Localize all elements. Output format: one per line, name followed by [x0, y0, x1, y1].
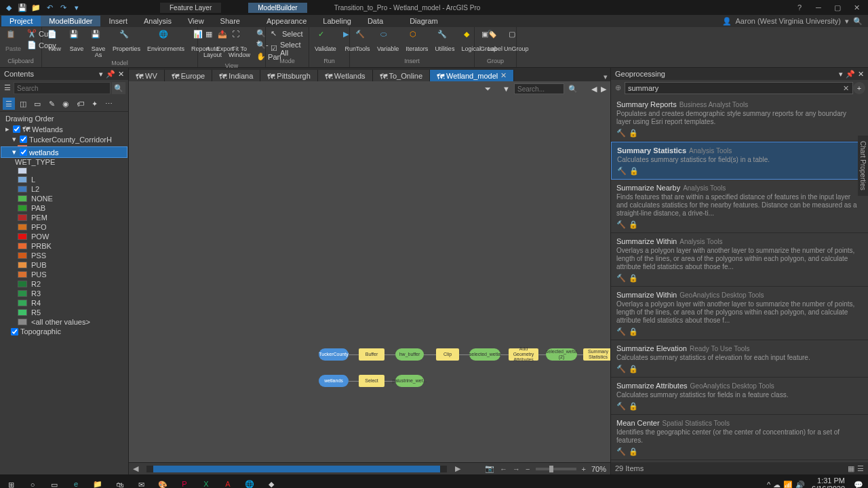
contents-search-button[interactable]: 🔍: [112, 82, 125, 94]
mail-icon[interactable]: ✉: [130, 474, 152, 488]
nav-fwd-icon[interactable]: →: [513, 465, 520, 473]
doc-tab[interactable]: 🗺To_Online: [373, 70, 431, 81]
paint-icon[interactable]: 🎨: [152, 474, 174, 488]
maximize-button[interactable]: ▢: [829, 1, 846, 14]
user-dropdown-icon[interactable]: ▾: [845, 17, 849, 26]
legend-item[interactable]: PUS: [1, 270, 127, 279]
legend-item[interactable]: [1, 167, 127, 175]
select-button[interactable]: ↖Select: [269, 28, 306, 39]
legend-item[interactable]: PFO: [1, 222, 127, 232]
model-connector[interactable]: [424, 354, 436, 355]
geo-view-list-icon[interactable]: ☰: [857, 464, 864, 473]
zoom-level[interactable]: 70%: [591, 465, 606, 473]
map-item[interactable]: ▸🗺Wetlands: [1, 124, 127, 134]
model-node[interactable]: Select: [359, 375, 384, 387]
variable-button[interactable]: ⬭Variable: [374, 28, 401, 54]
save-model-button[interactable]: 💾Save: [66, 28, 87, 54]
tray-onedrive-icon[interactable]: ☁: [773, 481, 781, 489]
geoprocessing-tool-item[interactable]: Summarize AttributesGeoAnalytics Desktop…: [611, 378, 868, 415]
open-icon[interactable]: 📁: [31, 3, 41, 12]
menu-analysis[interactable]: Analysis: [136, 16, 180, 26]
canvas-search-icon[interactable]: 🔍: [568, 85, 578, 94]
group-button[interactable]: ▣Group: [477, 28, 500, 54]
environments-button[interactable]: 🌐Environments: [144, 28, 187, 54]
legend-item[interactable]: R2: [1, 279, 127, 289]
doc-tab[interactable]: 🗺Indiana: [212, 70, 260, 81]
help-icon[interactable]: ?: [791, 1, 808, 14]
layer-corridor[interactable]: ▾TuckerCounty_CorridorH: [1, 134, 127, 144]
menu-data[interactable]: Data: [359, 16, 391, 26]
model-connector[interactable]: [459, 354, 469, 355]
geoprocessing-tool-item[interactable]: Summarize WithinGeoAnalytics Desktop Too…: [611, 287, 868, 340]
canvas-search-input[interactable]: [514, 83, 564, 94]
menu-modelbuilder[interactable]: ModelBuilder: [41, 16, 100, 26]
list-by-source-icon[interactable]: ◫: [17, 98, 29, 110]
scroll-next-icon[interactable]: ▶: [455, 464, 460, 473]
list-by-snapping-icon[interactable]: ◉: [60, 98, 72, 110]
contents-search-input[interactable]: [14, 82, 111, 94]
geoprocessing-tool-item[interactable]: Summary StatisticsAnalysis Tools Calcula…: [611, 142, 868, 180]
edge-icon[interactable]: e: [65, 474, 87, 488]
geoprocessing-tool-item[interactable]: Summary ReportsBusiness Analyst Tools Po…: [611, 96, 868, 142]
save-icon[interactable]: 💾: [18, 3, 27, 12]
menu-view[interactable]: View: [180, 16, 212, 26]
layer-wetlands[interactable]: ▾wetlands: [1, 147, 127, 157]
tray-network-icon[interactable]: 📶: [783, 481, 793, 489]
tab-nav-dropdown[interactable]: ▾: [601, 73, 610, 81]
panel-menu-icon[interactable]: ▾: [99, 70, 103, 79]
nav-back-icon[interactable]: ←: [500, 465, 507, 473]
legend-item[interactable]: PUB: [1, 260, 127, 270]
taskbar-clock[interactable]: 1:31 PM 6/16/2020: [808, 476, 849, 488]
contents-more-icon[interactable]: ⋯: [102, 98, 115, 110]
chart-properties-tab[interactable]: Chart Properties: [858, 136, 868, 196]
legend-item[interactable]: R5: [1, 308, 127, 317]
iterators-button[interactable]: ⬡Iterators: [403, 28, 431, 54]
geo-search-input[interactable]: [625, 82, 853, 94]
snapshot-icon[interactable]: 📷: [485, 464, 494, 473]
zoom-out-icon[interactable]: −: [526, 465, 530, 473]
model-connector[interactable]: [577, 354, 583, 355]
legend-item[interactable]: PEM: [1, 213, 127, 222]
model-node[interactable]: Summary Statistics: [583, 348, 610, 361]
file-explorer-icon[interactable]: 📁: [87, 474, 108, 488]
legend-item[interactable]: PRBK: [1, 241, 127, 251]
panel-close-icon[interactable]: ✕: [118, 70, 124, 79]
legend-item[interactable]: POW: [1, 232, 127, 241]
geoprocessing-tool-item[interactable]: Mean CenterSpatial Statistics Tools Iden…: [611, 415, 868, 460]
context-tab-active[interactable]: ModelBuilder: [248, 3, 307, 13]
notifications-icon[interactable]: 💬: [852, 474, 865, 488]
zoom-slider[interactable]: [536, 468, 576, 470]
user-icon[interactable]: 👤: [722, 17, 732, 26]
arcgis-icon[interactable]: ◆: [260, 474, 282, 488]
validate-button[interactable]: ✓Validate: [312, 28, 339, 54]
doc-tab[interactable]: 🗺WV: [129, 70, 165, 81]
doc-tab[interactable]: 🗺Wetlands: [318, 70, 373, 81]
horizontal-scrollbar[interactable]: [146, 466, 447, 472]
menu-project[interactable]: Project: [1, 16, 41, 26]
fit-window-button[interactable]: ⛶Fit To Window: [226, 28, 253, 60]
legend-item[interactable]: L: [1, 175, 127, 184]
redo-icon[interactable]: ↷: [58, 3, 68, 12]
topo-checkbox[interactable]: [11, 328, 18, 336]
tab-close-icon[interactable]: ✕: [500, 71, 507, 80]
menu-labeling[interactable]: Labeling: [315, 16, 359, 26]
paste-button[interactable]: 📋Paste: [3, 28, 24, 54]
canvas-prev-icon[interactable]: ◀: [591, 85, 597, 94]
wetlands-checkbox[interactable]: [20, 148, 27, 156]
legend-item[interactable]: PSS: [1, 251, 127, 260]
list-by-drawing-order-icon[interactable]: ☰: [3, 98, 15, 110]
user-name[interactable]: Aaron (West Virginia University): [736, 17, 841, 25]
menu-insert[interactable]: Insert: [100, 16, 136, 26]
doc-tab[interactable]: 🗺Europe: [165, 70, 212, 81]
context-tab-inactive[interactable]: Feature Layer: [160, 3, 221, 13]
geoprocessing-tool-item[interactable]: Summarize ElevationReady To Use Tools Ca…: [611, 340, 868, 378]
tools-button[interactable]: 🔨Tools: [353, 28, 373, 54]
legend-item[interactable]: R3: [1, 289, 127, 298]
tray-up-icon[interactable]: ^: [767, 481, 770, 489]
geo-menu-icon[interactable]: ▾: [839, 70, 843, 79]
scroll-prev-icon[interactable]: ◀: [133, 464, 138, 473]
corridor-checkbox[interactable]: [20, 136, 27, 143]
panel-autohide-icon[interactable]: 📌: [106, 70, 115, 79]
filter-icon[interactable]: ⏷: [484, 85, 492, 93]
qat-dropdown-icon[interactable]: ▾: [72, 3, 81, 12]
